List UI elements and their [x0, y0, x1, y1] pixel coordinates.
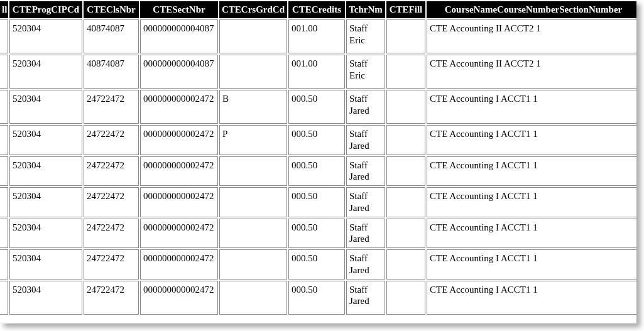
cell-clsnbr: 24722472: [84, 281, 139, 315]
cell-cip: 520304: [9, 187, 82, 217]
cell-clsnbr: 24722472: [84, 219, 139, 249]
cell-cip: 520304: [9, 125, 82, 155]
cell-tchr: Staff Jared: [346, 219, 385, 249]
cell-grdcd: [219, 55, 287, 89]
col-header: CTESectNbr: [140, 1, 218, 18]
col-header: CTECredits: [288, 1, 345, 18]
cell-fill0: [0, 19, 8, 53]
cell-clsnbr: 24722472: [84, 90, 139, 124]
cell-ctefill: [386, 281, 425, 315]
table-row: 52030424722472000000000002472000.50Staff…: [0, 219, 636, 249]
cell-tchr: Staff Eric: [346, 55, 385, 89]
col-header: CTEFill: [386, 1, 425, 18]
col-header: CTEProgCIPCd: [9, 1, 82, 18]
cell-course: CTE Accounting I ACCT1 1: [427, 187, 636, 217]
table-row: 52030424722472000000000002472000.50Staff…: [0, 249, 636, 279]
cell-cip: 520304: [9, 55, 82, 89]
col-header: ll: [0, 1, 8, 18]
cell-cip: 520304: [9, 156, 82, 187]
cell-ctefill: [386, 19, 425, 53]
cell-tchr: Staff Eric: [346, 19, 385, 53]
cell-sectnbr: 000000000002472: [140, 90, 218, 124]
cell-cip: 520304: [9, 249, 82, 279]
report-sheet: ll CTEProgCIPCd CTEClsNbr CTESectNbr CTE…: [0, 0, 636, 323]
cell-tchr: Staff Jared: [346, 90, 385, 124]
cell-grdcd: [219, 219, 287, 249]
cell-grdcd: P: [219, 125, 287, 155]
cell-credits: 000.50: [288, 249, 345, 279]
cell-clsnbr: 24722472: [84, 156, 139, 187]
table-header-row: ll CTEProgCIPCd CTEClsNbr CTESectNbr CTE…: [0, 1, 636, 18]
cell-fill0: [0, 125, 8, 155]
table-row: 52030424722472000000000002472000.50Staff…: [0, 187, 636, 217]
cell-clsnbr: 40874087: [84, 55, 139, 89]
cell-grdcd: [219, 19, 287, 53]
col-header: CTEClsNbr: [84, 1, 139, 18]
cell-sectnbr: 000000000002472: [140, 249, 218, 279]
cell-ctefill: [386, 187, 425, 217]
col-header: TchrNm: [346, 1, 385, 18]
cell-sectnbr: 000000000004087: [140, 19, 218, 53]
cell-clsnbr: 24722472: [84, 187, 139, 217]
cell-tchr: Staff Jared: [346, 187, 385, 217]
cell-fill0: [0, 281, 8, 315]
cell-credits: 000.50: [288, 187, 345, 217]
cell-credits: 000.50: [288, 281, 345, 315]
cell-cip: 520304: [9, 281, 82, 315]
table-row: 52030424722472000000000002472000.50Staff…: [0, 156, 636, 187]
cell-fill0: [0, 187, 8, 217]
cell-tchr: Staff Jared: [346, 281, 385, 315]
table-row: 52030424722472000000000002472B000.50Staf…: [0, 90, 636, 124]
table-row: 52030440874087000000000004087001.00Staff…: [0, 19, 636, 53]
cell-sectnbr: 000000000004087: [140, 55, 218, 89]
cell-cip: 520304: [9, 19, 82, 53]
cell-cip: 520304: [9, 90, 82, 124]
cell-credits: 000.50: [288, 90, 345, 124]
report-table: ll CTEProgCIPCd CTEClsNbr CTESectNbr CTE…: [0, 0, 636, 316]
cell-tchr: Staff Jared: [346, 249, 385, 279]
cell-course: CTE Accounting II ACCT2 1: [427, 55, 636, 89]
cell-course: CTE Accounting I ACCT1 1: [427, 219, 636, 249]
cell-grdcd: [219, 281, 287, 315]
cell-ctefill: [386, 55, 425, 89]
cell-tchr: Staff Jared: [346, 125, 385, 155]
cell-grdcd: B: [219, 90, 287, 124]
cell-fill0: [0, 249, 8, 279]
cell-sectnbr: 000000000002472: [140, 281, 218, 315]
cell-clsnbr: 24722472: [84, 249, 139, 279]
cell-course: CTE Accounting I ACCT1 1: [427, 249, 636, 279]
cell-course: CTE Accounting I ACCT1 1: [427, 156, 636, 187]
cell-course: CTE Accounting I ACCT1 1: [427, 90, 636, 124]
table-row: 52030424722472000000000002472P000.50Staf…: [0, 125, 636, 155]
cell-ctefill: [386, 90, 425, 124]
cell-credits: 000.50: [288, 219, 345, 249]
cell-grdcd: [219, 187, 287, 217]
cell-course: CTE Accounting II ACCT2 1: [427, 19, 636, 53]
cell-ctefill: [386, 219, 425, 249]
cell-sectnbr: 000000000002472: [140, 219, 218, 249]
cell-clsnbr: 24722472: [84, 125, 139, 155]
cell-credits: 001.00: [288, 19, 345, 53]
table-row: 52030440874087000000000004087001.00Staff…: [0, 55, 636, 89]
col-header: CTECrsGrdCd: [219, 1, 287, 18]
cell-credits: 000.50: [288, 125, 345, 155]
table-row: 52030424722472000000000002472000.50Staff…: [0, 281, 636, 315]
cell-cip: 520304: [9, 219, 82, 249]
cell-tchr: Staff Jared: [346, 156, 385, 187]
cell-sectnbr: 000000000002472: [140, 156, 218, 187]
cell-fill0: [0, 219, 8, 249]
cell-grdcd: [219, 156, 287, 187]
cell-fill0: [0, 55, 8, 89]
cell-course: CTE Accounting I ACCT1 1: [427, 281, 636, 315]
cell-ctefill: [386, 156, 425, 187]
cell-ctefill: [386, 249, 425, 279]
cell-fill0: [0, 90, 8, 124]
cell-credits: 001.00: [288, 55, 345, 89]
col-header: CourseNameCourseNumberSectionNumber: [427, 1, 636, 18]
cell-ctefill: [386, 125, 425, 155]
cell-sectnbr: 000000000002472: [140, 187, 218, 217]
cell-clsnbr: 40874087: [84, 19, 139, 53]
cell-fill0: [0, 156, 8, 187]
cell-course: CTE Accounting I ACCT1 1: [427, 125, 636, 155]
cell-sectnbr: 000000000002472: [140, 125, 218, 155]
